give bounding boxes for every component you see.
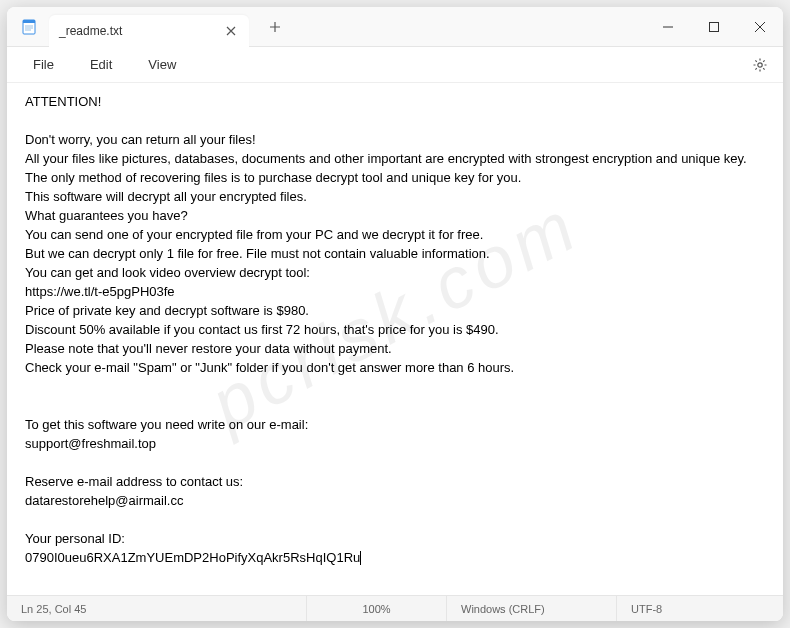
close-window-button[interactable] (737, 7, 783, 47)
status-zoom[interactable]: 100% (307, 596, 447, 621)
tab-active[interactable]: _readme.txt (49, 15, 249, 47)
svg-rect-6 (710, 23, 719, 32)
menu-file[interactable]: File (15, 51, 72, 78)
notepad-window: _readme.txt File Edit View (7, 7, 783, 621)
maximize-button[interactable] (691, 7, 737, 47)
status-encoding: UTF-8 (617, 596, 783, 621)
document-text: ATTENTION! Don't worry, you can return a… (25, 94, 747, 565)
status-eol: Windows (CRLF) (447, 596, 617, 621)
close-tab-button[interactable] (223, 23, 239, 39)
window-controls (645, 7, 783, 46)
minimize-button[interactable] (645, 7, 691, 47)
text-editor-area[interactable]: ATTENTION! Don't worry, you can return a… (7, 83, 783, 595)
settings-button[interactable] (745, 50, 775, 80)
svg-rect-1 (23, 20, 35, 23)
status-position: Ln 25, Col 45 (7, 596, 307, 621)
menu-view[interactable]: View (130, 51, 194, 78)
menubar: File Edit View (7, 47, 783, 83)
notepad-icon (21, 19, 37, 35)
titlebar: _readme.txt (7, 7, 783, 47)
text-caret (360, 551, 361, 565)
statusbar: Ln 25, Col 45 100% Windows (CRLF) UTF-8 (7, 595, 783, 621)
tab-title: _readme.txt (59, 24, 223, 38)
new-tab-button[interactable] (261, 13, 289, 41)
menu-edit[interactable]: Edit (72, 51, 130, 78)
svg-point-7 (758, 62, 762, 66)
gear-icon (752, 57, 768, 73)
